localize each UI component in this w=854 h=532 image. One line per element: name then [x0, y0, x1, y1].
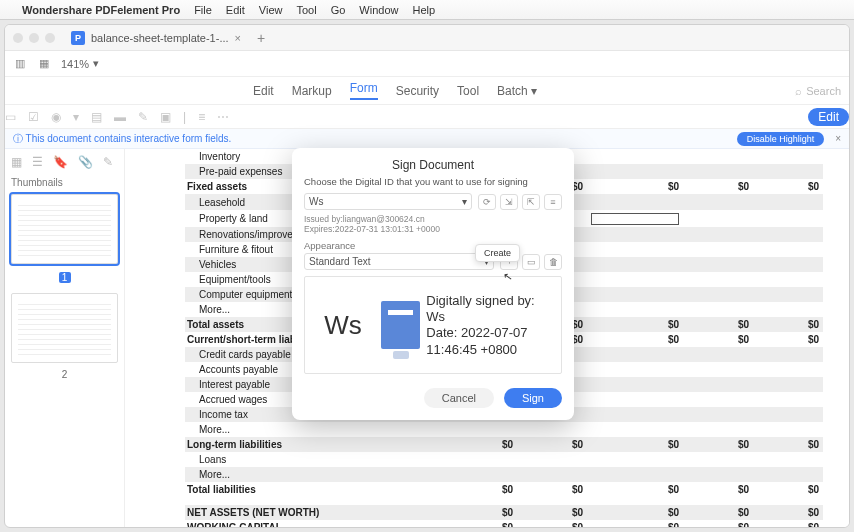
id-import-icon[interactable]: ⇱ — [522, 194, 540, 210]
id-refresh-icon[interactable]: ⟳ — [478, 194, 496, 210]
appearance-edit-icon[interactable]: ▭ — [522, 254, 540, 270]
dialog-title: Sign Document — [304, 158, 562, 172]
chevron-down-icon: ▾ — [462, 196, 467, 207]
appearance-select[interactable]: Standard Text▾ — [304, 253, 494, 270]
id-list-icon[interactable]: ≡ — [544, 194, 562, 210]
cancel-button[interactable]: Cancel — [424, 388, 494, 408]
sign-document-dialog: Sign Document Choose the Digital ID that… — [292, 148, 574, 420]
dialog-subtitle: Choose the Digital ID that you want to u… — [304, 176, 562, 187]
expires: Expires:2022-07-31 13:01:31 +0000 — [304, 224, 562, 234]
appearance-delete-icon[interactable]: 🗑 — [544, 254, 562, 270]
preview-initials: Ws — [311, 310, 375, 341]
signature-preview: Ws Digitally signed by: Ws Date: 2022-07… — [304, 276, 562, 374]
cursor-icon: ↖ — [502, 269, 513, 283]
preview-text: Digitally signed by: Ws Date: 2022-07-07… — [426, 293, 555, 358]
create-tooltip: Create — [475, 244, 520, 262]
id-export-icon[interactable]: ⇲ — [500, 194, 518, 210]
sign-button[interactable]: Sign — [504, 388, 562, 408]
appearance-label: Appearance — [304, 240, 562, 251]
modal-backdrop: Sign Document Choose the Digital ID that… — [0, 0, 854, 532]
issued-by: Issued by:liangwan@300624.cn — [304, 214, 562, 224]
preview-doc-icon — [381, 301, 420, 349]
digital-id-select[interactable]: Ws▾ — [304, 193, 472, 210]
